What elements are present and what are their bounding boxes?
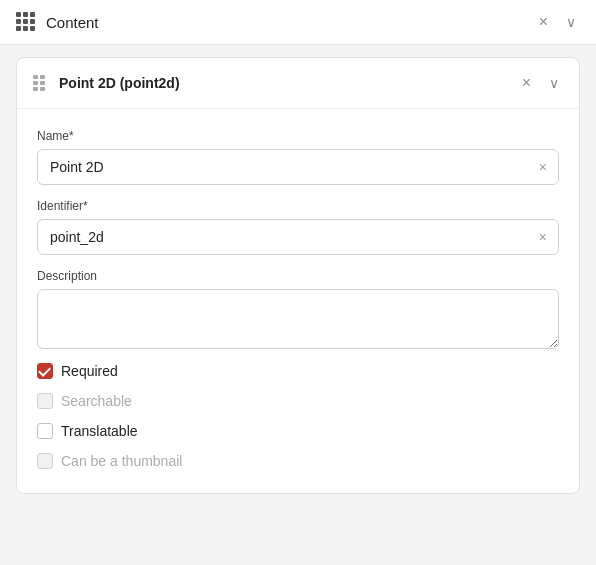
description-label: Description <box>37 269 559 283</box>
card-header: Point 2D (point2d) × ∨ <box>17 58 579 109</box>
identifier-label: Identifier* <box>37 199 559 213</box>
top-bar: Content × ∨ <box>0 0 596 45</box>
translatable-checkbox-wrapper[interactable] <box>37 423 53 439</box>
card-title: Point 2D (point2d) <box>59 75 508 91</box>
app-container: Content × ∨ Point 2D (point2d) × ∨ Na <box>0 0 596 565</box>
field-card: Point 2D (point2d) × ∨ Name* × Identifie… <box>16 57 580 494</box>
name-input-wrapper: × <box>37 149 559 185</box>
description-input[interactable] <box>37 289 559 349</box>
required-checkbox-group: Required <box>37 363 559 379</box>
top-bar-title: Content <box>46 14 525 31</box>
thumbnail-checkbox-wrapper <box>37 453 53 469</box>
thumbnail-checkbox-custom <box>37 453 53 469</box>
grid-icon[interactable] <box>16 12 36 32</box>
thumbnail-checkbox-group: Can be a thumbnail <box>37 453 559 469</box>
translatable-checkbox-custom <box>37 423 53 439</box>
card-body: Name* × Identifier* × Descript <box>17 109 579 493</box>
searchable-checkbox-wrapper <box>37 393 53 409</box>
name-input[interactable] <box>37 149 559 185</box>
top-bar-close-button[interactable]: × <box>535 12 552 32</box>
translatable-checkbox-group: Translatable <box>37 423 559 439</box>
required-checkbox-label: Required <box>61 363 118 379</box>
identifier-input-wrapper: × <box>37 219 559 255</box>
searchable-checkbox-custom <box>37 393 53 409</box>
main-content: Point 2D (point2d) × ∨ Name* × Identifie… <box>0 45 596 565</box>
identifier-clear-button[interactable]: × <box>537 228 549 246</box>
searchable-checkbox-label: Searchable <box>61 393 132 409</box>
identifier-field-group: Identifier* × <box>37 199 559 255</box>
thumbnail-checkbox-label: Can be a thumbnail <box>61 453 182 469</box>
required-checkbox-wrapper[interactable] <box>37 363 53 379</box>
searchable-checkbox-group: Searchable <box>37 393 559 409</box>
name-clear-button[interactable]: × <box>537 158 549 176</box>
card-drag-handle[interactable] <box>33 75 49 91</box>
card-close-button[interactable]: × <box>518 72 535 94</box>
name-label: Name* <box>37 129 559 143</box>
name-field-group: Name* × <box>37 129 559 185</box>
card-chevron-button[interactable]: ∨ <box>545 73 563 93</box>
translatable-checkbox-label: Translatable <box>61 423 138 439</box>
description-field-group: Description <box>37 269 559 349</box>
identifier-input[interactable] <box>37 219 559 255</box>
top-bar-chevron-button[interactable]: ∨ <box>562 12 580 32</box>
required-checkbox-custom <box>37 363 53 379</box>
